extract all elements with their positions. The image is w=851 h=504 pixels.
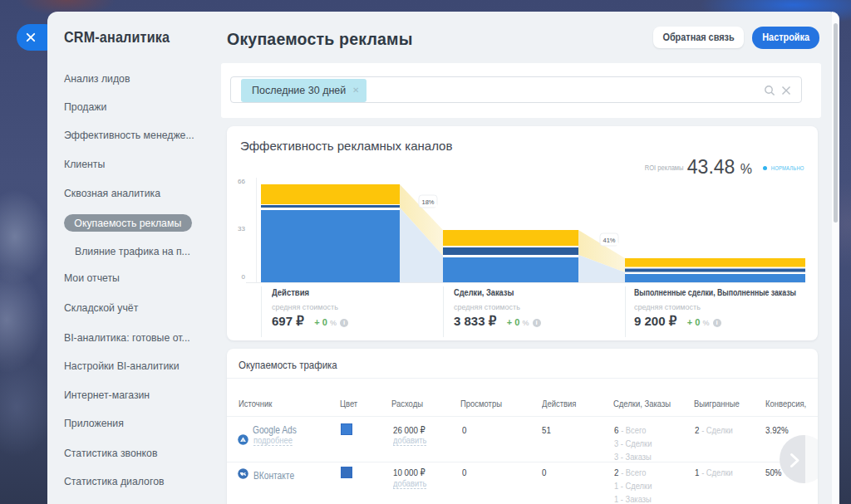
- svg-text:41%: 41%: [603, 237, 615, 244]
- svg-text:18%: 18%: [421, 198, 434, 206]
